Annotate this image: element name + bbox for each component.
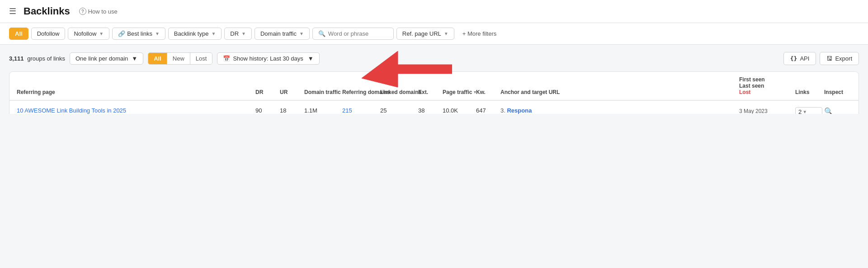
search-box[interactable]: 🔍 xyxy=(312,28,394,40)
col-referring-domains: Referring domains xyxy=(342,89,378,95)
search-input[interactable] xyxy=(328,30,382,37)
lost-col-label: Lost xyxy=(739,89,793,95)
history-btn[interactable]: 📅 Show history: Last 30 days ▼ xyxy=(217,52,319,65)
best-links-filter-btn[interactable]: 🔗 Best links ▼ xyxy=(112,28,165,40)
toolbar-right: {} API 🖫 Export xyxy=(783,52,859,65)
menu-icon[interactable]: ☰ xyxy=(9,6,16,16)
api-icon: {} xyxy=(790,55,797,62)
row1-referring-domains[interactable]: 215 xyxy=(342,106,378,114)
nofollow-filter-btn[interactable]: Nofollow ▼ xyxy=(68,28,109,40)
col-inspect: Inspect xyxy=(824,89,851,95)
dr-chevron: ▼ xyxy=(241,31,246,36)
api-btn[interactable]: {} API xyxy=(783,52,816,65)
filter-bar: All Dofollow Nofollow ▼ 🔗 Best links ▼ B… xyxy=(0,23,868,45)
seg-new-btn[interactable]: New xyxy=(167,53,190,64)
col-ur: UR xyxy=(280,89,302,95)
col-page-traffic[interactable]: Page traffic ▼ xyxy=(443,89,474,95)
seg-lost-btn[interactable]: Lost xyxy=(190,53,212,64)
search-icon: 🔍 xyxy=(318,30,326,37)
row1-main: 10 AWESOME Link Building Tools in 2025 h… xyxy=(17,106,851,114)
row1-kw: 647 xyxy=(476,106,499,114)
row1-anchor: 3. Respona CONTENT https://respona.com/ … xyxy=(500,106,737,114)
row1-linked-domains: 25 xyxy=(380,106,416,114)
col-links: Links xyxy=(795,89,822,95)
row1-links-chevron: ▼ xyxy=(802,109,807,114)
seg-all-btn[interactable]: All xyxy=(148,53,167,64)
col-dr: DR xyxy=(255,89,278,95)
col-kw: Kw. xyxy=(476,89,499,95)
row1-referring-page: 10 AWESOME Link Building Tools in 2025 h… xyxy=(17,106,254,114)
col-linked-domains: Linked domains xyxy=(380,89,416,95)
domain-traffic-chevron: ▼ xyxy=(299,31,304,36)
last-seen-label: Last seen xyxy=(739,83,793,89)
domain-select[interactable]: One link per domain ▼ xyxy=(70,52,143,65)
calendar-icon: 📅 xyxy=(223,55,230,62)
row1-links[interactable]: 2 ▼ xyxy=(795,106,822,114)
export-icon: 🖫 xyxy=(826,55,832,62)
best-links-chevron: ▼ xyxy=(155,31,160,36)
export-btn[interactable]: 🖫 Export xyxy=(820,52,859,65)
toolbar: 3,111 groups of links One link per domai… xyxy=(9,52,859,65)
link-icon: 🔗 xyxy=(118,30,125,37)
row1-first-seen: 3 May 2023 xyxy=(739,107,793,114)
page-title: Backlinks xyxy=(24,5,70,17)
row1-anchor-name[interactable]: Respona xyxy=(507,107,532,114)
col-referring-page: Referring page xyxy=(17,89,254,95)
dofollow-filter-btn[interactable]: Dofollow xyxy=(31,28,66,40)
row1-dr: 90 xyxy=(255,106,278,114)
row1-inspect[interactable]: 🔍 xyxy=(824,106,851,114)
col-anchor-target-url: Anchor and target URL xyxy=(500,89,737,95)
row1-dates: 3 May 2023 7 h ago xyxy=(739,106,793,114)
row1-links-select[interactable]: 2 ▼ xyxy=(795,107,822,114)
toolbar-left: 3,111 groups of links One link per domai… xyxy=(9,52,320,65)
row1-title-link[interactable]: 10 AWESOME Link Building Tools in 2025 xyxy=(17,107,126,114)
all-filter-btn[interactable]: All xyxy=(9,28,28,40)
col-ext: Ext. xyxy=(418,89,441,95)
ref-page-url-chevron: ▼ xyxy=(444,31,448,36)
row1-ur: 18 xyxy=(280,106,302,114)
groups-text: groups of links xyxy=(27,55,65,62)
row1-page-traffic: 10.0K xyxy=(443,106,474,114)
backlink-type-chevron: ▼ xyxy=(211,31,216,36)
history-chevron: ▼ xyxy=(308,55,314,62)
col-first-last-seen: First seen Last seen Lost xyxy=(739,76,793,95)
ref-page-url-filter-btn[interactable]: Ref. page URL ▼ xyxy=(396,28,454,40)
first-seen-label: First seen xyxy=(739,76,793,83)
how-to-use-link[interactable]: ? How to use xyxy=(79,8,118,15)
more-filters-btn[interactable]: + More filters xyxy=(459,28,500,39)
nofollow-chevron: ▼ xyxy=(99,31,104,36)
row1-domain-traffic: 1.1M xyxy=(304,106,340,114)
content-area: 3,111 groups of links One link per domai… xyxy=(0,45,868,114)
dr-filter-btn[interactable]: DR ▼ xyxy=(224,28,252,40)
segment-buttons: All New Lost xyxy=(148,52,212,65)
row1-ext: 38 xyxy=(418,106,441,114)
backlink-type-filter-btn[interactable]: Backlink type ▼ xyxy=(168,28,222,40)
help-icon: ? xyxy=(79,8,86,15)
backlinks-table: Referring page DR UR Domain traffic Refe… xyxy=(9,71,859,114)
groups-label: 3,111 groups of links xyxy=(9,55,65,62)
row1-anchor-num: 3. xyxy=(500,107,505,114)
domain-select-chevron: ▼ xyxy=(132,55,137,62)
how-to-use-label: How to use xyxy=(88,8,118,15)
domain-traffic-filter-btn[interactable]: Domain traffic ▼ xyxy=(255,28,310,40)
top-bar: ☰ Backlinks ? How to use xyxy=(0,0,868,23)
table-row: 10 AWESOME Link Building Tools in 2025 h… xyxy=(9,101,859,114)
col-domain-traffic: Domain traffic xyxy=(304,89,340,95)
table-header: Referring page DR UR Domain traffic Refe… xyxy=(9,72,859,101)
groups-count: 3,111 xyxy=(9,55,24,62)
